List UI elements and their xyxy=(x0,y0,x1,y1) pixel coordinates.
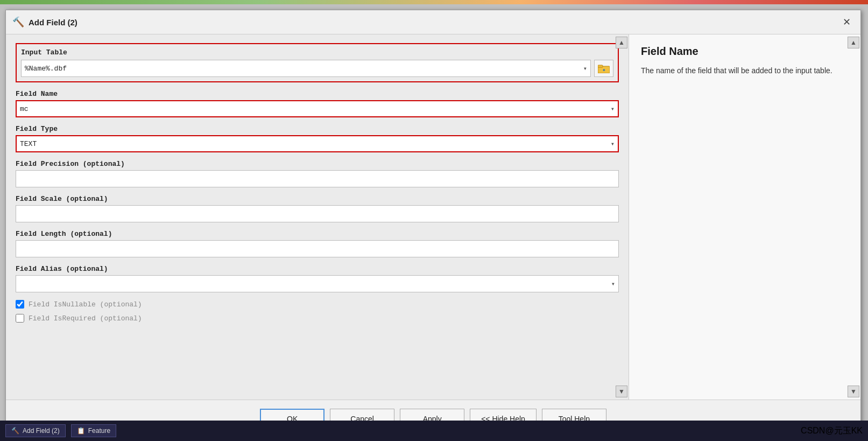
dropdown-arrow-icon: ▾ xyxy=(583,65,587,73)
field-alias-dropdown-arrow: ▾ xyxy=(611,280,615,288)
field-isnullable-label: Field IsNullable (optional) xyxy=(29,300,142,309)
taskbar-feature-icon: 📋 xyxy=(77,427,85,435)
field-length-input[interactable] xyxy=(16,240,619,257)
dialog-title: Add Field (2) xyxy=(29,18,77,27)
taskbar-item-label: Add Field (2) xyxy=(23,427,60,435)
field-scale-label: Field Scale (optional) xyxy=(16,195,619,203)
field-precision-group: Field Precision (optional) xyxy=(16,160,619,187)
field-scale-input[interactable] xyxy=(16,205,619,222)
help-scroll-up[interactable]: ▲ xyxy=(848,37,859,48)
field-name-dropdown-arrow: ▾ xyxy=(611,105,615,113)
field-isrequired-label: Field IsRequired (optional) xyxy=(29,314,142,323)
field-type-value: TEXT xyxy=(20,140,37,148)
field-name-input[interactable]: mc ▾ xyxy=(16,100,619,117)
taskbar-item-feature[interactable]: 📋 Feature xyxy=(71,424,116,437)
help-panel: ▲ Field Name The name of the field that … xyxy=(629,34,860,400)
form-scroll-up[interactable]: ▲ xyxy=(616,37,627,48)
field-alias-label: Field Alias (optional) xyxy=(16,265,619,273)
input-table-row: %Name%.dbf ▾ ✦ xyxy=(21,60,613,77)
form-panel: ▲ Input Table %Name%.dbf ▾ xyxy=(6,34,629,400)
help-text: The name of the field that will be added… xyxy=(641,65,849,76)
field-name-value: mc xyxy=(20,105,29,113)
title-bar: 🔨 Add Field (2) ✕ xyxy=(6,10,860,34)
field-isrequired-row: Field IsRequired (optional) xyxy=(16,314,619,323)
taskbar: 🔨 Add Field (2) 📋 Feature CSDN@元玉KK xyxy=(0,421,868,441)
dialog-icon: 🔨 xyxy=(12,16,24,28)
input-table-section: Input Table %Name%.dbf ▾ ✦ xyxy=(16,43,619,82)
watermark: CSDN@元玉KK xyxy=(801,425,863,437)
field-length-label: Field Length (optional) xyxy=(16,230,619,238)
field-type-dropdown[interactable]: TEXT ▾ xyxy=(16,135,619,152)
top-color-bar xyxy=(0,0,868,4)
taskbar-item-add-field[interactable]: 🔨 Add Field (2) xyxy=(5,424,66,437)
input-table-dropdown[interactable]: %Name%.dbf ▾ xyxy=(21,60,591,77)
field-isnullable-row: Field IsNullable (optional) xyxy=(16,300,619,309)
field-alias-group: Field Alias (optional) ▾ xyxy=(16,265,619,292)
help-title: Field Name xyxy=(641,45,849,58)
svg-text:✦: ✦ xyxy=(602,68,606,73)
field-isnullable-checkbox[interactable] xyxy=(16,300,24,309)
form-scroll-down[interactable]: ▼ xyxy=(616,386,627,397)
folder-icon: ✦ xyxy=(598,64,610,73)
input-table-label: Input Table xyxy=(21,48,613,57)
close-button[interactable]: ✕ xyxy=(839,15,854,30)
title-bar-left: 🔨 Add Field (2) xyxy=(12,16,77,28)
taskbar-feature-label: Feature xyxy=(88,427,110,435)
field-type-section: Field Type TEXT ▾ xyxy=(16,125,619,152)
input-table-value: %Name%.dbf xyxy=(25,65,67,73)
browse-button[interactable]: ✦ xyxy=(594,60,613,77)
dialog-window: 🔨 Add Field (2) ✕ ▲ Input Table %Name%.d… xyxy=(5,10,861,438)
svg-rect-1 xyxy=(598,65,603,67)
field-length-group: Field Length (optional) xyxy=(16,230,619,257)
field-type-dropdown-arrow: ▾ xyxy=(611,140,615,148)
help-scroll-down[interactable]: ▼ xyxy=(848,386,859,397)
field-isrequired-checkbox[interactable] xyxy=(16,314,24,323)
taskbar-item-icon: 🔨 xyxy=(11,427,19,435)
field-precision-label: Field Precision (optional) xyxy=(16,160,619,168)
field-type-label: Field Type xyxy=(16,125,619,133)
field-name-section: Field Name mc ▾ xyxy=(16,90,619,117)
field-alias-dropdown[interactable]: ▾ xyxy=(16,275,619,292)
field-scale-group: Field Scale (optional) xyxy=(16,195,619,222)
dialog-body: ▲ Input Table %Name%.dbf ▾ xyxy=(6,34,860,400)
field-name-label: Field Name xyxy=(16,90,619,98)
field-precision-input[interactable] xyxy=(16,170,619,187)
